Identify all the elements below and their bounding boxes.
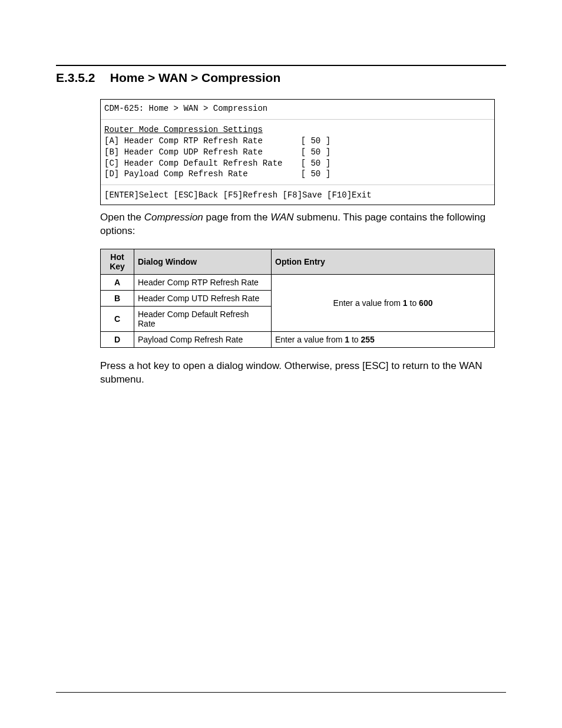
cell-hotkey: D xyxy=(101,332,134,348)
terminal-settings-list: [A] Header Comp RTP Refresh Rate[ 50 ] [… xyxy=(104,136,491,180)
top-rule xyxy=(56,65,506,66)
table-header-row: Hot Key Dialog Window Option Entry xyxy=(101,249,495,275)
outro-paragraph: Press a hot key to open a dialog window.… xyxy=(100,360,501,387)
table-row: D Payload Comp Refresh Rate Enter a valu… xyxy=(101,332,495,348)
section-heading: E.3.5.2 Home > WAN > Compression xyxy=(56,71,506,85)
document-page: E.3.5.2 Home > WAN > Compression CDM-625… xyxy=(0,0,562,728)
terminal-row-value: 50 xyxy=(310,136,320,146)
cell-hotkey: A xyxy=(101,275,134,291)
terminal-row-value: 50 xyxy=(310,169,320,179)
intro-paragraph: Open the Compression page from the WAN s… xyxy=(100,211,501,238)
cell-hotkey: B xyxy=(101,291,134,307)
section-number: E.3.5.2 xyxy=(56,71,107,85)
col-hotkey: Hot Key xyxy=(101,249,134,275)
terminal-row: [B] Header Comp UDP Refresh Rate[ 50 ] xyxy=(104,147,491,158)
terminal-row-label: Header Comp UDP Refresh Rate xyxy=(124,147,301,158)
terminal-row: [D] Payload Comp Refresh Rate[ 50 ] xyxy=(104,169,491,180)
terminal-breadcrumb: CDM-625: Home > WAN > Compression xyxy=(104,103,491,114)
terminal-row: [A] Header Comp RTP Refresh Rate[ 50 ] xyxy=(104,136,491,147)
terminal-footer: [ENTER]Select [ESC]Back [F5]Refresh [F8]… xyxy=(104,190,491,201)
terminal-row-value: 50 xyxy=(310,159,320,168)
table-row: A Header Comp RTP Refresh Rate Enter a v… xyxy=(101,275,495,291)
terminal-row: [C] Header Comp Default Refresh Rate[ 50… xyxy=(104,158,491,169)
cell-dialog: Header Comp Default Refresh Rate xyxy=(134,307,272,332)
terminal-box: CDM-625: Home > WAN > Compression Router… xyxy=(100,99,495,205)
col-dialog: Dialog Window xyxy=(134,249,272,275)
terminal-divider xyxy=(101,119,494,120)
terminal-row-label: Header Comp Default Refresh Rate xyxy=(124,158,301,169)
terminal-section-title: Router Mode Compression Settings xyxy=(104,124,491,136)
section-title: Home > WAN > Compression xyxy=(110,71,280,84)
col-entry: Option Entry xyxy=(272,249,495,275)
terminal-row-label: Header Comp RTP Refresh Rate xyxy=(124,136,301,147)
cell-dialog: Header Comp UTD Refresh Rate xyxy=(134,291,272,307)
cell-entry: Enter a value from 1 to 255 xyxy=(272,332,495,348)
terminal-row-label: Payload Comp Refresh Rate xyxy=(124,169,301,180)
cell-hotkey: C xyxy=(101,307,134,332)
cell-dialog: Payload Comp Refresh Rate xyxy=(134,332,272,348)
options-table: Hot Key Dialog Window Option Entry A Hea… xyxy=(100,249,495,348)
terminal-row-value: 50 xyxy=(310,147,320,157)
cell-dialog: Header Comp RTP Refresh Rate xyxy=(134,275,272,291)
terminal-divider xyxy=(101,185,494,185)
bottom-rule xyxy=(56,692,506,693)
cell-entry-merged: Enter a value from 1 to 600 xyxy=(272,275,495,332)
